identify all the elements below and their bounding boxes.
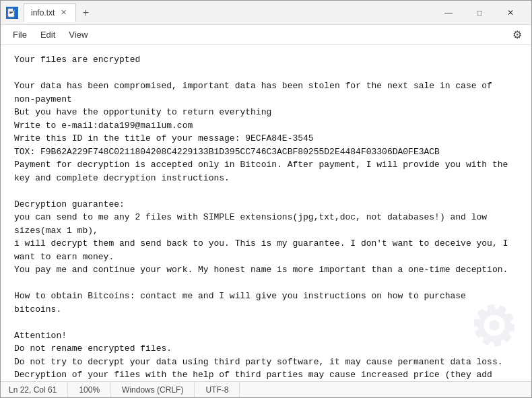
- menu-bar: File Edit View ⚙: [1, 25, 531, 45]
- status-bar: Ln 22, Col 61 100% Windows (CRLF) UTF-8: [1, 381, 531, 397]
- menu-view[interactable]: View: [62, 27, 94, 42]
- encoding: UTF-8: [195, 382, 240, 397]
- svg-rect-3: [9, 13, 11, 14]
- tab-close-button[interactable]: ✕: [59, 7, 69, 18]
- content-wrapper: ⚙ Your files are encrypted Your data has…: [1, 45, 531, 381]
- close-button[interactable]: ✕: [495, 2, 526, 24]
- settings-icon[interactable]: ⚙: [508, 26, 526, 44]
- tab-area: info.txt ✕ +: [24, 3, 433, 22]
- tab-label: info.txt: [31, 8, 55, 18]
- zoom-level: 100%: [68, 382, 111, 397]
- svg-rect-1: [9, 11, 13, 11]
- line-ending: Windows (CRLF): [111, 382, 195, 397]
- cursor-position: Ln 22, Col 61: [1, 382, 68, 397]
- notepad-window: ≡ info.txt ✕ + — □ ✕ File Edit View ⚙ ⚙ …: [0, 0, 532, 398]
- text-content[interactable]: Your files are encrypted Your data has b…: [1, 45, 531, 381]
- menu-edit[interactable]: Edit: [34, 27, 62, 42]
- new-tab-button[interactable]: +: [77, 5, 94, 21]
- title-bar: ≡ info.txt ✕ + — □ ✕: [1, 1, 531, 25]
- window-controls: — □ ✕: [433, 2, 526, 24]
- menu-file[interactable]: File: [6, 27, 34, 42]
- maximize-button[interactable]: □: [464, 2, 495, 24]
- tab-info-txt[interactable]: info.txt ✕: [24, 3, 76, 22]
- minimize-button[interactable]: —: [433, 2, 464, 24]
- svg-rect-2: [9, 12, 13, 13]
- app-icon: ≡: [6, 7, 18, 19]
